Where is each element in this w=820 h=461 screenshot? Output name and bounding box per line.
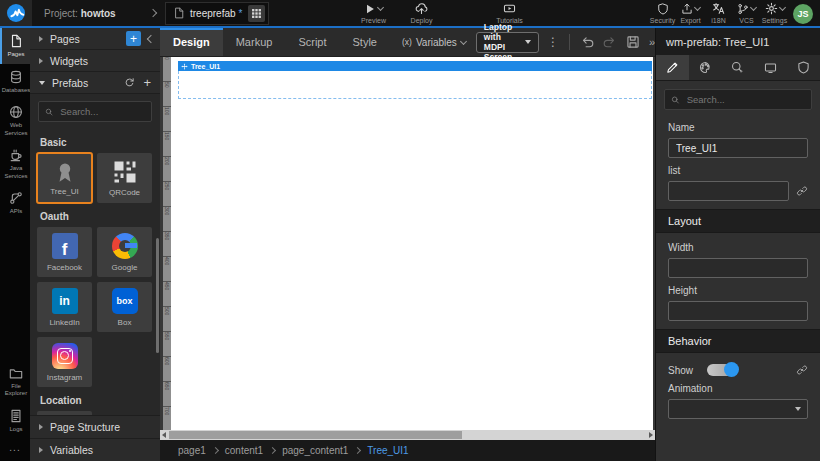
horizontal-scrollbar[interactable]	[160, 430, 655, 440]
ruler-tick: 100	[163, 107, 171, 132]
sidebar-item-databases[interactable]: Databases	[0, 64, 30, 100]
refresh-prefabs-button[interactable]	[124, 77, 135, 88]
prefab-search-input[interactable]	[58, 105, 145, 118]
chevron-right-icon	[149, 9, 157, 17]
device-icon	[764, 61, 777, 74]
deploy-label: Deploy	[411, 17, 433, 24]
breadcrumb-page1[interactable]: page1	[178, 445, 206, 456]
list-field[interactable]	[668, 181, 789, 201]
add-page-button[interactable]: +	[126, 31, 141, 46]
file-tab-treeprefab[interactable]: treeprefab *	[165, 2, 269, 25]
selected-widget-outline[interactable]	[178, 71, 652, 99]
security-button[interactable]: Security	[649, 2, 676, 24]
selected-widget-handle[interactable]: Tree_UI1	[178, 61, 652, 71]
i18n-button[interactable]: i18N	[705, 2, 732, 24]
section-widgets[interactable]: Widgets	[30, 50, 160, 72]
group-title-basic: Basic	[30, 129, 160, 153]
panel-scrollbar[interactable]	[156, 238, 159, 353]
export-button[interactable]: Export	[677, 2, 704, 24]
tab-security[interactable]	[787, 55, 820, 80]
vcs-button[interactable]: VCS	[733, 2, 760, 24]
breadcrumb-content1[interactable]: content1	[225, 445, 263, 456]
section-variables[interactable]: Variables	[30, 438, 160, 461]
pages-grid-button[interactable]	[248, 5, 265, 22]
breadcrumb-page-content1[interactable]: page_content1	[282, 445, 348, 456]
more-options-button[interactable]: ⋮	[547, 35, 559, 49]
section-page-structure-label: Page Structure	[50, 421, 120, 433]
ruler-tick: 600	[163, 357, 171, 382]
tab-script[interactable]: Script	[285, 28, 339, 56]
tab-properties[interactable]	[656, 55, 689, 80]
prefab-tile-map[interactable]	[37, 411, 92, 415]
design-canvas: 0 50 100 150 200 250 300 350 400 450 500…	[160, 57, 655, 430]
tab-styles[interactable]	[689, 55, 722, 80]
page-icon	[173, 7, 185, 19]
width-label: Width	[668, 242, 808, 253]
shield-icon	[797, 61, 810, 74]
grid-icon	[251, 8, 262, 19]
sidebar-item-java-services[interactable]: Java Services	[0, 142, 30, 185]
collapse-panel-button[interactable]	[145, 32, 157, 45]
prefab-tile-facebook[interactable]: f Facebook	[37, 227, 92, 277]
chevron-down-icon	[460, 37, 467, 44]
tab-device[interactable]	[754, 55, 787, 80]
height-field[interactable]	[668, 301, 808, 321]
sidebar-item-logs[interactable]: Logs	[0, 403, 30, 439]
redo-button[interactable]	[603, 35, 617, 49]
prefab-tile-box[interactable]: box Box	[97, 282, 152, 332]
section-pages[interactable]: Pages +	[30, 28, 160, 50]
tab-style[interactable]: Style	[340, 28, 390, 56]
undo-button[interactable]	[580, 35, 594, 49]
rail-more-button[interactable]: ...	[0, 438, 30, 461]
tile-label: QRCode	[109, 188, 140, 197]
wavemaker-logo[interactable]	[0, 0, 32, 26]
bind-show-button[interactable]	[796, 364, 808, 376]
prefab-tile-google[interactable]: Google	[97, 227, 152, 277]
device-selector[interactable]: Laptop with MDPI Screen	[476, 32, 539, 53]
breadcrumb-tree-ui1[interactable]: Tree_UI1	[367, 445, 408, 456]
tile-label: Tree_UI	[50, 187, 79, 196]
search-icon	[671, 95, 680, 105]
tab-inspect[interactable]	[722, 55, 755, 80]
name-field[interactable]	[668, 138, 808, 158]
save-icon	[626, 35, 640, 49]
deploy-button[interactable]: Deploy	[401, 2, 443, 24]
section-page-structure[interactable]: Page Structure	[30, 415, 160, 438]
add-prefab-button[interactable]: +	[143, 76, 151, 89]
chevron-right-icon	[269, 447, 276, 454]
layout-section-header: Layout	[656, 209, 820, 233]
coffee-icon	[9, 148, 23, 162]
prefab-tile-linkedin[interactable]: in LinkedIn	[37, 282, 92, 332]
scroll-left-arrow[interactable]	[162, 432, 166, 438]
tab-design[interactable]: Design	[160, 28, 223, 56]
properties-search-input[interactable]	[685, 93, 805, 106]
sidebar-item-apis[interactable]: APIs	[0, 185, 30, 221]
scroll-right-arrow[interactable]	[649, 432, 653, 438]
tab-markup[interactable]: Markup	[223, 28, 286, 56]
ruler-tick: 300	[163, 207, 171, 232]
top-bar: Project: howtos treeprefab * Preview Dep…	[0, 0, 820, 28]
sidebar-item-pages[interactable]: Pages	[0, 28, 30, 64]
section-prefabs[interactable]: Prefabs +	[30, 72, 160, 94]
scrollbar-thumb[interactable]	[169, 431, 462, 439]
prefab-tile-tree-ui[interactable]: Tree_UI	[37, 153, 92, 203]
user-avatar[interactable]: JS	[793, 4, 813, 24]
tutorials-button[interactable]: Tutorials	[489, 2, 531, 24]
settings-button[interactable]: Settings	[761, 2, 788, 24]
save-button[interactable]	[626, 35, 640, 49]
animation-select[interactable]	[668, 399, 808, 419]
variables-dropdown[interactable]: (x) Variables	[402, 28, 466, 56]
prefab-tile-qrcode[interactable]: QRCode	[97, 153, 152, 203]
preview-button[interactable]: Preview	[353, 2, 395, 24]
export-label: Export	[680, 17, 700, 24]
group-title-location: Location	[30, 387, 160, 411]
sidebar-item-web-services[interactable]: Web Services	[0, 99, 30, 142]
unsaved-indicator: *	[239, 8, 243, 19]
ruler-tick: 350	[163, 232, 171, 257]
show-toggle[interactable]	[707, 364, 737, 376]
bind-list-button[interactable]	[796, 185, 808, 197]
canvas-page[interactable]: 0 50 100 150 200 250 300 350 400 450 500…	[163, 57, 653, 430]
width-field[interactable]	[668, 258, 808, 278]
sidebar-item-file-explorer[interactable]: File Explorer	[0, 360, 30, 403]
prefab-tile-instagram[interactable]: Instagram	[37, 337, 92, 387]
